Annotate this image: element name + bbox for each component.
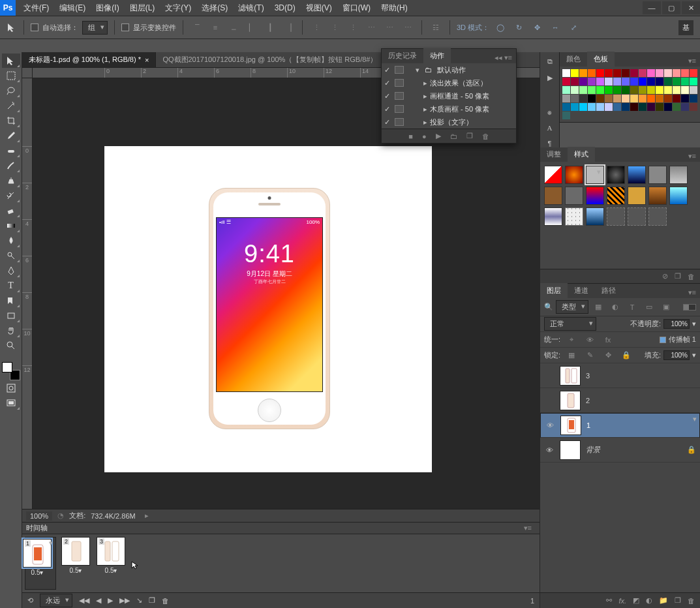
swatch[interactable] xyxy=(656,86,663,94)
propagate-checkbox[interactable] xyxy=(660,337,666,343)
swatch[interactable] xyxy=(681,103,689,111)
layer-name[interactable]: 1 xyxy=(586,421,590,429)
panel-flyout-icon[interactable]: ▾≡ xyxy=(684,287,700,298)
first-frame-icon[interactable]: ◀◀ xyxy=(79,596,89,605)
visibility-toggle[interactable]: 👁 xyxy=(545,421,555,429)
swatch[interactable] xyxy=(690,95,697,102)
quick-mask-tool[interactable] xyxy=(2,381,20,395)
swatch[interactable] xyxy=(613,78,621,85)
swatch[interactable] xyxy=(681,95,689,102)
delete-style-icon[interactable]: 🗑 xyxy=(688,273,695,281)
eyedropper-tool[interactable] xyxy=(2,129,20,143)
show-transform-checkbox[interactable] xyxy=(121,23,129,31)
zoom-tool[interactable] xyxy=(2,339,20,353)
swatch[interactable] xyxy=(596,95,604,102)
swatch[interactable] xyxy=(690,78,697,85)
menu-select[interactable]: 选择(S) xyxy=(196,1,233,15)
swatch[interactable] xyxy=(596,78,604,85)
layer-item-1[interactable]: 👁 1 xyxy=(540,413,700,438)
eraser-tool[interactable] xyxy=(2,204,20,218)
swatch[interactable] xyxy=(596,103,604,111)
new-set-icon[interactable]: 🗀 xyxy=(450,132,457,140)
swatch[interactable] xyxy=(673,78,680,85)
swatch[interactable] xyxy=(571,78,579,85)
menu-3d[interactable]: 3D(D) xyxy=(269,2,301,14)
swatch[interactable] xyxy=(639,69,647,77)
history-icon[interactable]: ⧉ xyxy=(547,57,553,66)
status-indicator-icon[interactable]: ◔ xyxy=(57,511,64,520)
action-set-row[interactable]: ✓▾🗀默认动作 xyxy=(382,63,516,76)
layer-mask-icon[interactable]: ◩ xyxy=(633,596,639,605)
unify-visibility-icon[interactable]: 👁 xyxy=(583,333,597,347)
menu-layer[interactable]: 图层(L) xyxy=(125,1,160,15)
dist-vcenter-icon[interactable]: ⋮ xyxy=(327,20,342,35)
auto-select-checkbox[interactable] xyxy=(31,23,38,31)
3d-scale-icon[interactable]: ⤢ xyxy=(566,20,581,35)
screen-mode-tool[interactable] xyxy=(2,396,20,410)
lasso-tool[interactable] xyxy=(2,84,20,98)
swatch[interactable] xyxy=(630,86,638,94)
swatch[interactable] xyxy=(579,103,587,111)
swatch[interactable] xyxy=(656,95,663,102)
opacity-input[interactable] xyxy=(663,319,690,329)
timeline-flyout-icon[interactable]: ▾≡ xyxy=(520,523,536,534)
3d-orbit-icon[interactable]: ◯ xyxy=(493,20,508,35)
swatches-tab[interactable]: 色板 xyxy=(587,52,615,67)
swatch[interactable] xyxy=(673,103,680,111)
chevron-down-icon[interactable]: ▾ xyxy=(692,351,696,359)
swatch[interactable] xyxy=(562,86,570,94)
swatch[interactable] xyxy=(630,95,638,102)
swatch[interactable] xyxy=(664,95,672,102)
lock-transparency-icon[interactable]: ▦ xyxy=(564,348,579,363)
chevron-down-icon[interactable]: ▾ xyxy=(692,320,696,328)
swatch[interactable] xyxy=(579,95,587,102)
swatch[interactable] xyxy=(579,69,587,77)
frame-3[interactable]: 3 0.5▾ xyxy=(95,537,127,590)
swatch[interactable] xyxy=(664,86,672,94)
fill-input[interactable] xyxy=(663,350,690,360)
align-right-icon[interactable]: ▕ xyxy=(281,20,296,35)
unify-position-icon[interactable]: ⌖ xyxy=(564,333,579,347)
frame-1[interactable]: 1 0.5▾ xyxy=(25,537,56,590)
swatch[interactable] xyxy=(647,86,655,94)
swatch[interactable] xyxy=(673,95,680,102)
swatch[interactable] xyxy=(647,95,655,102)
swatch[interactable] xyxy=(664,78,672,85)
swatch[interactable] xyxy=(630,69,638,77)
filter-pixel-icon[interactable]: ▦ xyxy=(591,300,605,314)
no-style-icon[interactable]: ⊘ xyxy=(662,272,668,281)
play-icon[interactable]: ▶ xyxy=(436,132,441,140)
document-tab-1[interactable]: 未标题-1.psd @ 100% (1, RGB/8) *× xyxy=(22,52,156,67)
menu-window[interactable]: 窗口(W) xyxy=(337,1,376,15)
marquee-tool[interactable] xyxy=(2,68,20,83)
actions-tab[interactable]: 动作 xyxy=(423,48,451,63)
essentials-button[interactable]: 基 xyxy=(678,20,693,35)
align-bottom-icon[interactable]: ⎽ xyxy=(226,20,241,35)
action-row[interactable]: ✓▸画框通道 - 50 像素 xyxy=(382,89,516,102)
swatch[interactable] xyxy=(622,69,630,77)
swatch[interactable] xyxy=(639,95,647,102)
swatch[interactable] xyxy=(656,69,663,77)
swatch[interactable] xyxy=(639,78,647,85)
dist-hcenter-icon[interactable]: ⋯ xyxy=(382,20,397,35)
loop-select[interactable]: 永远 xyxy=(40,594,72,607)
adjustment-layer-icon[interactable]: ◐ xyxy=(646,596,652,605)
action-row[interactable]: ✓▸投影（文字） xyxy=(382,115,516,129)
align-left-icon[interactable]: ▏ xyxy=(245,20,259,35)
type-tool[interactable]: T xyxy=(2,279,20,293)
align-hcenter-icon[interactable]: ┃ xyxy=(263,20,277,35)
swatch[interactable] xyxy=(622,103,630,111)
menu-filter[interactable]: 滤镜(T) xyxy=(233,1,269,15)
paths-tab[interactable]: 路径 xyxy=(595,283,622,298)
visibility-toggle[interactable]: 👁 xyxy=(544,446,555,454)
layer-item-2[interactable]: 2 xyxy=(540,388,700,413)
dist-right-icon[interactable]: ⋯ xyxy=(401,20,415,35)
swatch[interactable] xyxy=(605,95,613,102)
healing-brush-tool[interactable] xyxy=(2,144,20,158)
tween-icon[interactable]: ↘ xyxy=(136,596,142,605)
layer-name[interactable]: 3 xyxy=(586,372,590,380)
loop-icon[interactable]: ⟲ xyxy=(27,596,33,605)
swatch[interactable] xyxy=(630,103,638,111)
swatch[interactable] xyxy=(647,103,655,111)
styles-tab[interactable]: 样式 xyxy=(568,147,595,162)
